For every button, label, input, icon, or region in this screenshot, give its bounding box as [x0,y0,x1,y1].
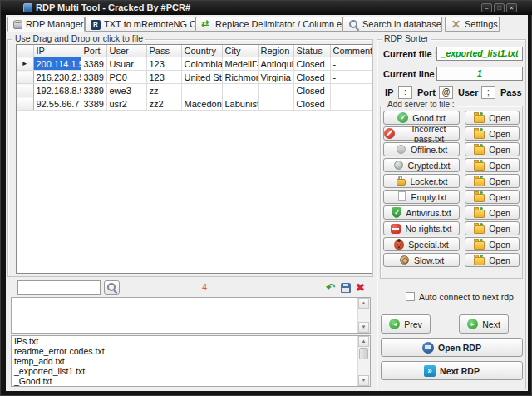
tab-search-database[interactable]: Search in database [342,17,442,32]
cell-port[interactable]: 3389 [81,84,106,97]
col-header-city[interactable]: City [222,45,258,57]
tab-settings[interactable]: Settings [445,17,500,32]
open-button-special[interactable]: Open [465,237,520,251]
tab-replace-delimitator[interactable]: Replace Delimitator / Column extractor [195,17,342,32]
open-button-norights[interactable]: Open [465,221,520,235]
delete-button[interactable]: ✖ [353,280,367,295]
tab-txt-converter[interactable]: R TXT to mRemoteNG Converter [85,17,195,32]
close-button[interactable]: ✕ [506,3,517,12]
cell-comment[interactable] [330,97,372,111]
cell-comment[interactable]: - [330,57,372,71]
auto-connect-checkbox[interactable] [406,292,415,301]
list-item[interactable]: temp_add.txt [12,356,370,366]
cell-status[interactable]: Closed [293,57,330,71]
cell-port[interactable]: 3389 [81,71,106,84]
cell-region[interactable]: Virginia [258,71,293,84]
cell-pass[interactable]: zz2 [146,97,181,111]
scroll-up-icon[interactable]: ▲ [358,336,369,347]
cell-port[interactable]: 3389 [81,57,106,71]
file-button-slow[interactable]: Slow.txt [383,253,460,267]
title-bar[interactable]: RDP Multi Tool - Cracked By #PCR# – □ ✕ [1,1,532,15]
cell-ip[interactable]: 200.114.1.5 [33,57,81,71]
cell-ip[interactable]: 92.55.66.77 [33,97,81,111]
open-button-good[interactable]: Open [465,111,520,125]
server-table[interactable]: IP Port User Pass Country City Region St… [16,44,372,274]
list-item[interactable]: readme_error codes.txt [12,346,370,356]
col-header-status[interactable]: Status [293,45,330,57]
scroll-down-icon[interactable]: ▼ [358,322,369,333]
file-button-antivirus[interactable]: Antivirus.txt [383,205,460,220]
tab-rdp-manager[interactable]: RDP Manager [7,17,85,32]
cell-status[interactable]: Closed [293,84,330,97]
table-row[interactable]: ►200.114.1.53389Usuar123ColombiaMedellГ-… [17,57,372,71]
col-header-country[interactable]: Country [181,45,222,57]
file-button-good[interactable]: Good.txt [383,111,460,125]
list-item[interactable]: _Good.txt [12,376,370,386]
cell-city[interactable]: Labunista [222,97,258,111]
cell-city[interactable]: MedellГ-n [222,57,258,71]
list-scrollbar[interactable]: ▲ ▼ [357,336,370,386]
file-button-incorrect[interactable]: Incorrect pass.txt [383,126,460,141]
scroll-thumb[interactable] [359,348,368,359]
row-selector[interactable] [17,84,33,97]
search-button[interactable] [104,280,120,295]
file-button-norights[interactable]: No rights.txt [383,221,460,235]
separator-3-field[interactable]: ; [481,86,495,99]
cell-ip[interactable]: 192.168.8.9 [33,84,81,97]
cell-country[interactable]: Colombia [181,57,222,71]
open-button-crypted[interactable]: Open [465,158,520,172]
row-selector[interactable] [17,71,33,84]
cell-port[interactable]: 3389 [81,97,106,111]
next-rdp-button[interactable]: » Next RDP [381,361,523,380]
cell-status[interactable]: Closed [293,97,330,111]
next-button[interactable]: ► Next [459,314,509,334]
open-button-incorrect[interactable]: Open [465,126,520,141]
cell-region[interactable] [258,97,293,111]
open-button-antivirus[interactable]: Open [465,205,520,220]
open-button-slow[interactable]: Open [465,253,520,267]
minimize-button[interactable]: – [481,3,492,12]
cell-user[interactable]: ewe3 [106,84,146,97]
table-row[interactable]: 216.230.2.553389PC0123United St...Richmo… [17,71,372,84]
undo-button[interactable]: ↶ [323,280,337,295]
cell-country[interactable]: Macedonia [181,97,222,111]
save-button[interactable] [338,280,352,295]
open-button-locker[interactable]: Open [465,174,520,188]
cell-region[interactable] [258,84,293,97]
file-button-empty[interactable]: Empty.txt [383,190,460,204]
col-header-port[interactable]: Port [81,45,106,57]
file-button-crypted[interactable]: Crypted.txt [383,158,460,172]
cell-pass[interactable]: 123 [146,71,181,84]
cell-user[interactable]: usr2 [106,97,146,111]
cell-country[interactable]: United St... [181,71,222,84]
cell-pass[interactable]: 123 [146,57,181,71]
scroll-down-icon[interactable]: ▼ [358,375,369,386]
cell-city[interactable]: Richmond [222,71,258,84]
file-button-offline[interactable]: Offline.txt [383,142,460,156]
col-header-comment[interactable]: Comment [330,45,372,57]
cell-ip[interactable]: 216.230.2.55 [33,71,81,84]
cell-status[interactable]: Closed [293,71,330,84]
row-selector[interactable] [17,97,33,111]
separator-2-field[interactable]: @ [439,86,453,99]
col-header-pass[interactable]: Pass [146,45,181,57]
row-selector[interactable]: ► [17,57,33,71]
file-listbox[interactable]: IPs.txtreadme_error codes.txttemp_add.tx… [11,335,371,387]
maximize-button[interactable]: □ [494,3,505,12]
scroll-up-icon[interactable]: ▲ [358,298,369,309]
cell-region[interactable]: Antioquia [258,57,293,71]
open-button-empty[interactable]: Open [465,190,520,204]
col-header-user[interactable]: User [106,45,146,57]
notes-textarea[interactable]: ▲ ▼ [11,297,371,334]
textarea-scrollbar[interactable]: ▲ ▼ [357,298,370,333]
file-button-special[interactable]: Special.txt [383,237,460,251]
col-header-ip[interactable]: IP [33,45,81,57]
list-item[interactable]: IPs.txt [12,336,370,346]
cell-user[interactable]: Usuar [106,57,146,71]
col-header-region[interactable]: Region [258,45,293,57]
cell-pass[interactable]: zz [146,84,181,97]
cell-country[interactable] [181,84,222,97]
cell-user[interactable]: PC0 [106,71,146,84]
cell-city[interactable] [222,84,258,97]
separator-1-field[interactable]: : [398,86,412,99]
